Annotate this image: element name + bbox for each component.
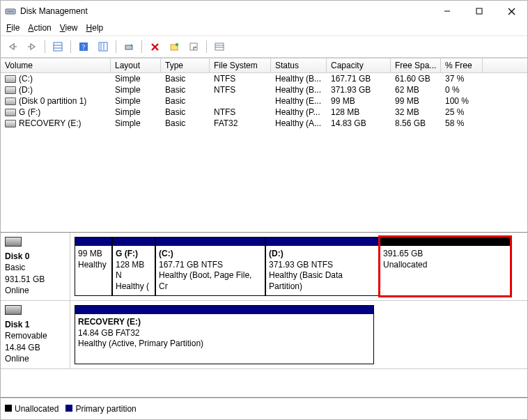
maximize-button[interactable]: [463, 1, 495, 22]
col-status[interactable]: Status: [271, 59, 327, 72]
delete-icon[interactable]: [146, 38, 163, 55]
volume-row[interactable]: G (F:)SimpleBasicNTFSHealthy (P...128 MB…: [1, 107, 527, 118]
col-free[interactable]: Free Spa...: [391, 59, 441, 72]
menu-bar: File Action View Help: [1, 22, 527, 36]
partition-size: 371.93 GB NTFS: [269, 260, 376, 271]
forward-icon[interactable]: [24, 38, 40, 55]
partition-color-bar: [113, 238, 155, 246]
settings-icon[interactable]: [95, 38, 111, 55]
svg-rect-3: [476, 8, 482, 14]
volume-fs: NTFS: [210, 84, 271, 95]
volume-fs: NTFS: [210, 73, 271, 84]
svg-rect-13: [99, 42, 107, 51]
drive-icon: [5, 86, 16, 94]
volume-free: 8.56 GB: [391, 118, 441, 129]
drive-icon: [5, 120, 16, 127]
unallocated-space[interactable]: 391.65 GBUnallocated: [380, 237, 511, 296]
partition-size: 391.65 GB: [383, 249, 507, 260]
partition[interactable]: G (F:)128 MB NHealthy (: [112, 237, 155, 296]
close-button[interactable]: [495, 1, 527, 22]
col-layout[interactable]: Layout: [111, 59, 161, 72]
disk-label[interactable]: Disk 1Removable14.84 GBOnline: [1, 301, 70, 368]
volume-free: 32 MB: [391, 107, 441, 118]
hdd-icon: [5, 237, 22, 247]
svg-rect-7: [28, 46, 31, 47]
disk-partitions: 99 MBHealthyG (F:)128 MB NHealthy ((C:)1…: [70, 233, 527, 300]
partition-size: 99 MB: [78, 249, 109, 260]
volume-status: Healthy (P...: [271, 107, 327, 118]
col-fs[interactable]: File System: [210, 59, 271, 72]
show-hide-tree-icon[interactable]: [49, 38, 66, 55]
partition-color-bar: [75, 306, 373, 314]
drive-icon: [5, 98, 16, 105]
col-volume[interactable]: Volume: [1, 59, 111, 72]
volume-type: Basic: [161, 118, 210, 129]
volume-type: Basic: [161, 95, 210, 107]
col-capacity[interactable]: Capacity: [327, 59, 391, 72]
volume-name: (D:): [1, 84, 111, 95]
volume-row[interactable]: (D:)SimpleBasicNTFSHealthy (B...371.93 G…: [1, 84, 527, 95]
minimize-button[interactable]: [431, 1, 463, 22]
disk-partitions: RECOVERY (E:)14.84 GB FAT32Healthy (Acti…: [70, 301, 527, 368]
disk-management-window: Disk Management File Action View Help ?: [0, 0, 528, 420]
menu-help[interactable]: Help: [86, 23, 104, 33]
partition-size: 14.84 GB FAT32: [78, 328, 371, 339]
disk-label[interactable]: Disk 0Basic931.51 GBOnline: [1, 233, 70, 300]
legend-unallocated: Unallocated: [5, 404, 59, 414]
volume-capacity: 371.93 GB: [327, 84, 391, 95]
col-type[interactable]: Type: [161, 59, 210, 72]
volume-free: 99 MB: [391, 95, 441, 107]
disk-map: Disk 0Basic931.51 GBOnline99 MBHealthyG …: [1, 232, 527, 398]
legend: Unallocated Primary partition: [1, 398, 527, 419]
menu-view[interactable]: View: [60, 23, 78, 33]
help-icon[interactable]: ?: [75, 38, 92, 55]
disk-status: Online: [5, 286, 29, 295]
disk-size: 14.84 GB: [5, 343, 40, 352]
svg-rect-6: [14, 46, 17, 47]
menu-file[interactable]: File: [6, 23, 20, 33]
partition-status: Healthy: [78, 260, 109, 271]
create-icon[interactable]: [166, 38, 183, 55]
back-icon[interactable]: [4, 38, 21, 55]
volume-fs: FAT32: [210, 118, 271, 129]
partition[interactable]: RECOVERY (E:)14.84 GB FAT32Healthy (Acti…: [75, 305, 374, 364]
refresh-icon[interactable]: [121, 38, 137, 55]
partition-color-bar: [266, 238, 379, 246]
svg-rect-22: [215, 43, 224, 50]
volume-free: 62 MB: [391, 84, 441, 95]
volume-list-header: Volume Layout Type File System Status Ca…: [1, 58, 527, 73]
volume-capacity: 99 MB: [327, 95, 391, 107]
volume-fs: NTFS: [210, 107, 271, 118]
menu-action[interactable]: Action: [28, 23, 51, 33]
volume-status: Healthy (E...: [271, 95, 327, 107]
partition[interactable]: 99 MBHealthy: [75, 237, 112, 296]
svg-rect-8: [54, 42, 62, 51]
volume-capacity: 128 MB: [327, 107, 391, 118]
col-pct[interactable]: % Free: [441, 59, 483, 72]
partition[interactable]: (D:)371.93 GB NTFSHealthy (Basic Data Pa…: [265, 237, 380, 296]
partition-color-bar: [75, 238, 111, 246]
properties-icon[interactable]: [185, 38, 202, 55]
toolbar-separator: [116, 40, 116, 53]
partition-title: G (F:): [116, 249, 152, 260]
volume-list[interactable]: (C:)SimpleBasicNTFSHealthy (B...167.71 G…: [1, 73, 527, 232]
volume-fs: [210, 95, 271, 107]
toolbar-separator: [141, 40, 142, 53]
volume-row[interactable]: RECOVERY (E:)SimpleBasicFAT32Healthy (A.…: [1, 118, 527, 129]
partition-size: 167.71 GB NTFS: [159, 260, 262, 271]
volume-status: Healthy (B...: [271, 84, 327, 95]
drive-icon: [5, 109, 16, 116]
volume-capacity: 14.83 GB: [327, 118, 391, 129]
disk-size: 931.51 GB: [5, 274, 45, 284]
volume-row[interactable]: (Disk 0 partition 1)SimpleBasicHealthy (…: [1, 95, 527, 107]
window-title: Disk Management: [20, 6, 431, 16]
list-icon[interactable]: [211, 38, 228, 55]
partition-status: Unallocated: [383, 260, 507, 271]
volume-free: 61.60 GB: [391, 73, 441, 84]
volume-row[interactable]: (C:)SimpleBasicNTFSHealthy (B...167.71 G…: [1, 73, 527, 84]
partition[interactable]: (C:)167.71 GB NTFSHealthy (Boot, Page Fi…: [155, 237, 265, 296]
disk-type: Removable: [5, 331, 47, 341]
partition-title: (D:): [269, 249, 376, 260]
disk-name: Disk 1: [5, 319, 67, 330]
volume-pct: 25 %: [441, 107, 483, 118]
